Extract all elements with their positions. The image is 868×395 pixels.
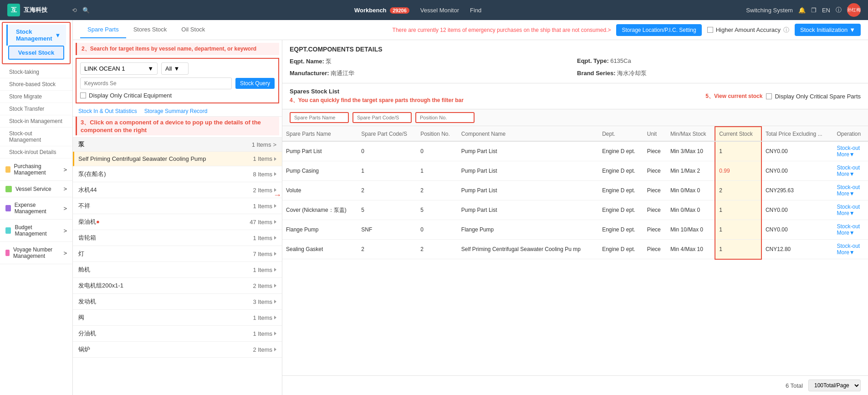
stock-transfer-item[interactable]: Stock Transfer <box>0 103 72 115</box>
stock-out-link-5[interactable]: Stock-out <box>837 243 860 249</box>
notification-icon[interactable]: 🔔 <box>798 7 806 14</box>
purchasing-icon <box>5 166 10 173</box>
cell-dept-5: Engine D ept. <box>598 240 643 259</box>
spare-part-code-filter[interactable] <box>352 112 412 123</box>
list-item-5[interactable]: 齿轮箱 1 Items <box>73 230 282 246</box>
dept-arrow: ▼ <box>174 65 179 72</box>
stock-management-menu[interactable]: Stock Management ▼ <box>6 25 66 46</box>
stock-out-link-1[interactable]: Stock-out <box>837 164 860 171</box>
stock-inout-details-item[interactable]: Stock-in/out Details <box>0 146 72 159</box>
budget-chevron: > <box>63 227 67 234</box>
spare-parts-tab[interactable]: Spare Parts <box>80 21 126 38</box>
list-item-3[interactable]: 不祥 1 Items <box>73 198 282 214</box>
purchasing-mgmt-item[interactable]: Purchasing Management > <box>0 159 72 181</box>
list-item-10[interactable]: 阀 1 Items <box>73 310 282 326</box>
nav-history-icon[interactable]: ⟲ <box>72 7 77 14</box>
spare-parts-name-filter[interactable] <box>290 112 349 123</box>
list-header: 泵 1 Items > <box>73 137 282 152</box>
list-item-4[interactable]: 柴油机● 47 Items <box>73 214 282 230</box>
cell-code-2: 2 <box>357 181 417 200</box>
cell-unit-4: Piece <box>643 220 667 240</box>
list-item-1[interactable]: 泵(在船名) 8 Items <box>73 166 282 182</box>
store-migrate-item[interactable]: Store Migrate <box>0 91 72 103</box>
more-link-5[interactable]: More▼ <box>837 249 865 256</box>
cell-op-4: Stock-out More▼ <box>833 220 868 240</box>
stock-init-button[interactable]: Stock Initialization ▼ <box>795 24 861 36</box>
list-item-2[interactable]: 水机44 2 Items <box>73 182 282 198</box>
cell-pos-3: 5 <box>417 200 458 220</box>
vessel-select[interactable]: LINK OCEAN 1 ▼ <box>80 62 158 75</box>
help-icon[interactable]: ⓘ <box>836 6 842 14</box>
keyword-input[interactable] <box>80 77 232 89</box>
vessel-service-item[interactable]: Vessel Service > <box>0 181 72 197</box>
cell-pos-5: 2 <box>417 240 458 259</box>
more-link-1[interactable]: More▼ <box>837 171 865 177</box>
budget-mgmt-item[interactable]: Budget Management > <box>0 220 72 242</box>
list-item-11[interactable]: 分油机 1 Items <box>73 326 282 342</box>
stock-query-button[interactable]: Stock Query <box>235 78 275 89</box>
stock-taking-item[interactable]: Stock-taking <box>0 66 72 78</box>
stock-out-link-0[interactable]: Stock-out <box>837 145 860 151</box>
more-link-4[interactable]: More▼ <box>837 230 865 236</box>
list-area: Self Priming Centrifugal Seawater Coolin… <box>73 152 282 395</box>
display-only-spares-checkbox[interactable] <box>766 93 772 99</box>
critical-equipment-checkbox[interactable] <box>80 92 86 98</box>
stock-out-link-3[interactable]: Stock-out <box>837 204 860 210</box>
switching-system-button[interactable]: Switching System <box>746 7 793 14</box>
list-item-8[interactable]: 发电机组200x1-1 2 Items <box>73 278 282 294</box>
position-no-filter[interactable] <box>415 112 475 123</box>
table-row: Flange Pump SNF 0 Flange Pump Engine D e… <box>282 220 868 240</box>
per-page-select[interactable]: 100Total/Page <box>808 380 861 391</box>
expense-chevron: > <box>63 205 67 212</box>
oil-stock-tab[interactable]: Oil Stock <box>174 21 212 38</box>
stores-stock-tab[interactable]: Stores Stock <box>126 21 174 38</box>
user-avatar[interactable]: 孙红梅 <box>847 3 861 17</box>
col-operation: Operation <box>833 127 868 141</box>
higher-amount-checkbox-label[interactable]: Higher Amount Accuracy ⓘ <box>707 26 789 34</box>
storage-summary-link[interactable]: Storage Summary Record <box>144 108 208 114</box>
col-spare-parts-name: Spare Parts Name <box>282 127 357 141</box>
list-item-11-arrow <box>274 332 276 335</box>
storage-setting-button[interactable]: Storage Location/P.I.C. Setting <box>616 24 701 36</box>
cell-price-3: CNY0.00 <box>761 200 833 220</box>
list-item-3-arrow <box>274 204 276 208</box>
more-link-2[interactable]: More▼ <box>837 190 865 197</box>
shore-based-item[interactable]: Shore-based Stock <box>0 78 72 91</box>
list-item-6[interactable]: 灯 7 Items <box>73 246 282 262</box>
voyage-chevron: > <box>63 250 67 256</box>
right-panel: EQPT.COMPONENTS DETAILS Eqpt. Name: 泵 Eq… <box>282 40 868 395</box>
dept-select[interactable]: All ▼ <box>161 62 189 75</box>
stock-in-out-stats-link[interactable]: Stock In & Out Statistics <box>78 108 137 114</box>
list-item-9[interactable]: 发动机 3 Items <box>73 294 282 310</box>
list-item-12[interactable]: 锅炉 2 Items <box>73 342 282 358</box>
col-position-no: Position No. <box>417 127 458 141</box>
workbench-nav-item[interactable]: Workbench 29206 <box>354 7 409 14</box>
cell-pos-1: 1 <box>417 161 458 181</box>
stock-out-link-4[interactable]: Stock-out <box>837 223 860 230</box>
list-item-0[interactable]: Self Priming Centrifugal Seawater Coolin… <box>73 152 282 166</box>
vessel-stock-item[interactable]: Vessel Stock <box>8 46 64 60</box>
more-link-3[interactable]: More▼ <box>837 210 865 216</box>
nav-search-icon[interactable]: 🔍 <box>82 7 90 14</box>
find-nav-item[interactable]: Find <box>470 7 481 14</box>
cell-unit-2: Piece <box>643 181 667 200</box>
stats-row: Stock In & Out Statistics Storage Summar… <box>73 106 282 117</box>
list-item-7[interactable]: 舱机 1 Items <box>73 262 282 278</box>
expense-mgmt-item[interactable]: Expense Management > <box>0 197 72 220</box>
voyage-number-item[interactable]: Voyage Number Management > <box>0 242 72 264</box>
vessel-monitor-nav-item[interactable]: Vessel Monitor <box>420 7 459 14</box>
top-navigation: 互 互海科技 ⟲ 🔍 Workbench 29206 Vessel Monito… <box>0 0 868 20</box>
stock-out-link-2[interactable]: Stock-out <box>837 184 860 190</box>
higher-amount-checkbox[interactable] <box>707 27 713 33</box>
cell-price-5: CNY12.80 <box>761 240 833 259</box>
vessel-service-icon <box>5 186 12 192</box>
fullscreen-icon[interactable]: ❐ <box>811 7 817 14</box>
more-link-0[interactable]: More▼ <box>837 151 865 158</box>
list-header-arrow: > <box>273 141 276 148</box>
stock-in-mgmt-item[interactable]: Stock-in Management <box>0 115 72 128</box>
stock-out-mgmt-item[interactable]: Stock-out Management <box>0 128 72 146</box>
display-only-spares-label[interactable]: Display Only Critical Spare Parts <box>766 93 861 100</box>
lang-selector[interactable]: EN <box>822 7 830 14</box>
table-row: Cover (Nickname：泵盖) 5 5 Pump Part List E… <box>282 200 868 220</box>
stock-management-group[interactable]: Stock Management ▼ Vessel Stock <box>2 22 71 64</box>
